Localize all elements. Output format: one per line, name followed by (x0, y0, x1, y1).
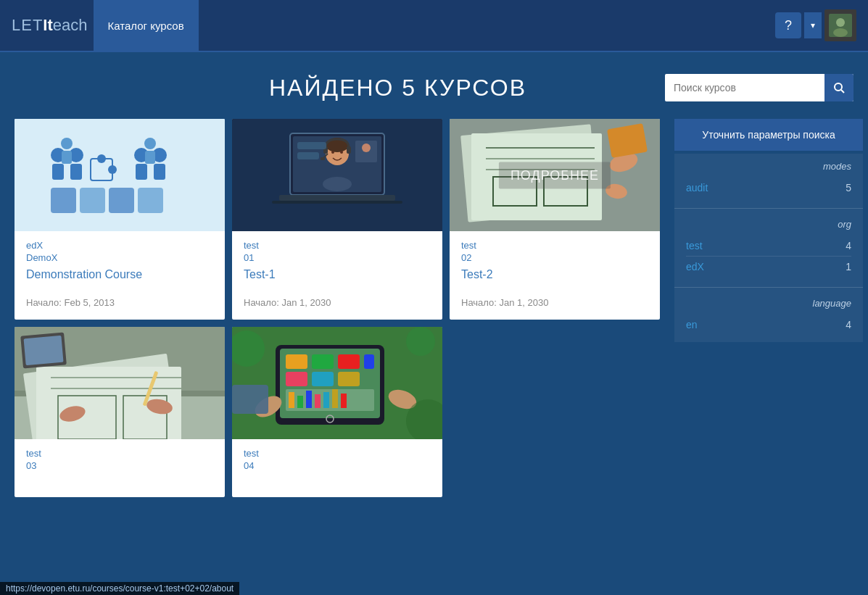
course-card-2[interactable]: test 01 Test-1 Начало: Jan 1, 2030 (232, 119, 442, 320)
filter-count-edx: 1 (846, 261, 851, 272)
svg-rect-42 (297, 152, 319, 159)
svg-rect-22 (80, 188, 105, 213)
results-title: НАЙДЕНО 5 КУРСОВ (131, 75, 665, 101)
sidebar: Уточнить параметры поиска modes audit 5 … (674, 119, 863, 342)
svg-rect-36 (321, 157, 325, 160)
cards-row-2: test 03 (15, 327, 660, 497)
card-number-3: 02 (461, 252, 648, 263)
search-input[interactable] (665, 76, 824, 99)
card-body-4: test 03 (15, 439, 225, 497)
svg-point-40 (362, 143, 371, 152)
logo: LET It each (12, 16, 88, 35)
card-image-1 (15, 119, 225, 231)
card-body-1: edX DemoX Demonstration Course Начало: F… (15, 231, 225, 320)
filter-label-modes: modes (686, 161, 851, 172)
svg-point-1 (836, 18, 845, 27)
svg-point-31 (331, 151, 334, 154)
filter-item-en[interactable]: en 4 (686, 315, 851, 335)
svg-rect-81 (289, 392, 294, 408)
svg-rect-11 (62, 151, 72, 164)
svg-rect-77 (286, 372, 307, 386)
svg-rect-82 (297, 396, 303, 408)
dropdown-button[interactable]: ▾ (804, 12, 822, 38)
filter-item-edx[interactable]: edX 1 (686, 257, 851, 277)
search-row: НАЙДЕНО 5 КУРСОВ (15, 74, 853, 101)
help-button[interactable]: ? (775, 12, 801, 38)
svg-rect-16 (136, 164, 147, 180)
course-card-5[interactable]: test 04 (232, 327, 442, 497)
cards-row-1: edX DemoX Demonstration Course Начало: F… (15, 119, 660, 320)
svg-rect-67 (24, 336, 64, 365)
svg-point-3 (835, 83, 842, 91)
card-image-3: ПОДРОБНЕЕ (450, 119, 660, 231)
svg-rect-5 (15, 119, 225, 231)
card-body-3: test 02 Test-2 Начало: Jan 1, 2030 (450, 231, 660, 320)
logo-it: It (43, 16, 52, 35)
card-start-1: Начало: Feb 5, 2013 (26, 297, 213, 308)
status-bar: https://devopen.etu.ru/courses/course-v1… (0, 582, 239, 595)
svg-point-33 (323, 177, 352, 191)
svg-point-13 (97, 154, 106, 163)
course-card-4[interactable]: test 03 (15, 327, 225, 497)
card-image-2 (232, 119, 442, 231)
svg-rect-79 (338, 372, 360, 386)
svg-rect-83 (306, 391, 312, 408)
puzzle-people-svg (15, 119, 225, 231)
svg-rect-85 (323, 392, 329, 408)
main-content: НАЙДЕНО 5 КУРСОВ (0, 52, 868, 519)
svg-rect-23 (109, 188, 134, 213)
svg-rect-20 (145, 151, 155, 164)
svg-rect-73 (286, 354, 307, 369)
filter-label-language: language (686, 298, 851, 309)
cards-area: edX DemoX Demonstration Course Начало: F… (15, 119, 660, 504)
svg-rect-7 (52, 164, 64, 180)
filter-name-en: en (686, 319, 698, 330)
card-org-4: test (26, 448, 213, 459)
card-number-1: DemoX (26, 252, 213, 263)
svg-rect-78 (312, 372, 334, 386)
avatar-button[interactable] (824, 9, 856, 41)
nav-catalog[interactable]: Каталог курсов (94, 0, 199, 51)
svg-rect-84 (315, 394, 321, 408)
course-card-1[interactable]: edX DemoX Demonstration Course Начало: F… (15, 119, 225, 320)
card-overlay-text: ПОДРОБНЕЕ (499, 162, 611, 188)
svg-rect-38 (272, 201, 402, 204)
svg-point-10 (61, 138, 73, 149)
svg-rect-74 (312, 354, 334, 369)
card-body-5: test 04 (232, 439, 442, 497)
filter-count-test: 4 (846, 240, 851, 251)
card-org-5: test (244, 448, 431, 459)
svg-rect-37 (279, 195, 395, 201)
card-org-2: test (244, 240, 431, 251)
svg-point-2 (833, 28, 848, 37)
search-button[interactable] (824, 74, 853, 101)
logo-each: each (53, 16, 88, 35)
tablet-svg (232, 327, 442, 439)
help-icon: ? (785, 18, 792, 33)
card-title-2: Test-1 (244, 267, 431, 283)
card-number-5: 04 (244, 460, 431, 471)
construction-svg (15, 327, 225, 439)
svg-point-93 (406, 327, 435, 356)
filter-group-language: language en 4 (674, 291, 863, 342)
status-url: https://devopen.etu.ru/courses/course-v1… (6, 583, 233, 594)
svg-rect-76 (364, 354, 374, 369)
laptop-svg (232, 119, 442, 231)
filter-name-audit: audit (686, 182, 708, 194)
filter-item-audit[interactable]: audit 5 (686, 178, 851, 198)
card-title-3: Test-2 (461, 267, 648, 283)
svg-point-19 (144, 138, 156, 149)
filter-count-en: 4 (846, 319, 851, 330)
filter-name-edx: edX (686, 261, 704, 272)
filter-item-test[interactable]: test 4 (686, 236, 851, 257)
svg-rect-41 (297, 142, 326, 149)
svg-rect-75 (338, 354, 360, 369)
logo-let: LET (12, 16, 43, 35)
card-number-4: 03 (26, 460, 213, 471)
card-number-2: 01 (244, 252, 431, 263)
svg-line-4 (841, 90, 844, 93)
card-image-4 (15, 327, 225, 439)
filter-divider-2 (674, 287, 863, 288)
course-card-3[interactable]: ПОДРОБНЕЕ test 02 Test-2 Начало: Jan 1, … (450, 119, 660, 320)
header: LET It each Каталог курсов ? ▾ (0, 0, 868, 52)
